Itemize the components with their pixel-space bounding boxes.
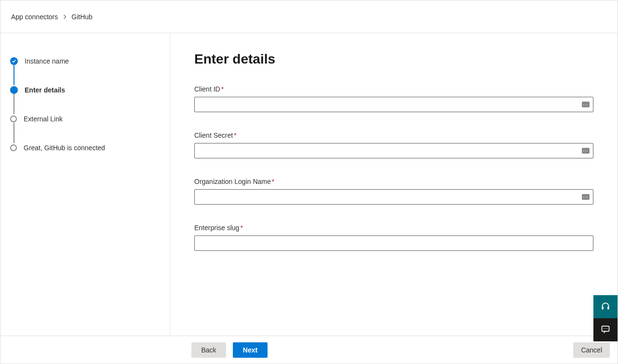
ellipsis-icon[interactable]: ··· [582,148,590,154]
required-asterisk: * [272,178,274,185]
field-label: Client Secret* [194,131,593,139]
chat-icon [601,325,610,336]
wizard-step-connected[interactable]: Great, GitHub is connected [10,143,158,153]
client-secret-input[interactable] [194,143,593,158]
org-login-input[interactable] [194,189,593,205]
floating-actions [593,295,618,341]
main-content: Enter details Client ID* ··· Client Secr… [170,33,618,336]
back-button[interactable]: Back [191,342,226,358]
empty-circle-icon [10,116,17,122]
client-id-input[interactable] [194,97,593,112]
svg-point-5 [607,328,608,329]
svg-rect-1 [607,306,609,309]
page-root: App connectors GitHub Instance name Ente… [0,0,618,364]
headset-icon [601,301,610,312]
empty-circle-icon [10,144,17,151]
wizard-step-instance-name[interactable]: Instance name [10,56,158,66]
svg-point-4 [605,328,606,329]
field-label: Enterprise slug* [194,224,593,232]
wizard-step-label: External Link [24,115,63,123]
wizard-footer: Back Next Cancel [0,336,618,364]
enterprise-slug-input[interactable] [194,235,593,251]
svg-rect-0 [602,306,604,309]
breadcrumb-current: GitHub [71,13,93,21]
feedback-button[interactable] [593,318,618,341]
support-button[interactable] [593,295,618,318]
check-circle-icon [10,57,18,65]
ellipsis-icon[interactable]: ··· [582,102,590,107]
required-asterisk: * [221,85,224,93]
wizard-step-label: Enter details [25,86,65,94]
required-asterisk: * [234,131,236,139]
ellipsis-icon[interactable]: ··· [582,194,590,200]
field-client-id: Client ID* ··· [194,85,593,112]
wizard-steps-sidebar: Instance name Enter details External Lin… [0,33,170,336]
field-label: Organization Login Name* [194,178,593,185]
filled-circle-icon [10,86,18,94]
breadcrumb: App connectors GitHub [0,0,618,33]
field-org-login: Organization Login Name* ··· [194,178,593,205]
field-enterprise-slug: Enterprise slug* [194,224,593,251]
wizard-step-label: Great, GitHub is connected [24,144,105,152]
wizard-step-enter-details[interactable]: Enter details [10,85,158,95]
cancel-button[interactable]: Cancel [573,342,610,358]
page-title: Enter details [194,52,593,67]
svg-point-3 [604,328,605,329]
wizard-step-external-link[interactable]: External Link [10,114,158,124]
breadcrumb-parent-link[interactable]: App connectors [11,13,58,21]
field-client-secret: Client Secret* ··· [194,131,593,158]
wizard-step-label: Instance name [25,57,69,65]
field-label: Client ID* [194,85,593,93]
chevron-right-icon [63,13,67,21]
next-button[interactable]: Next [233,342,268,358]
required-asterisk: * [240,224,242,232]
